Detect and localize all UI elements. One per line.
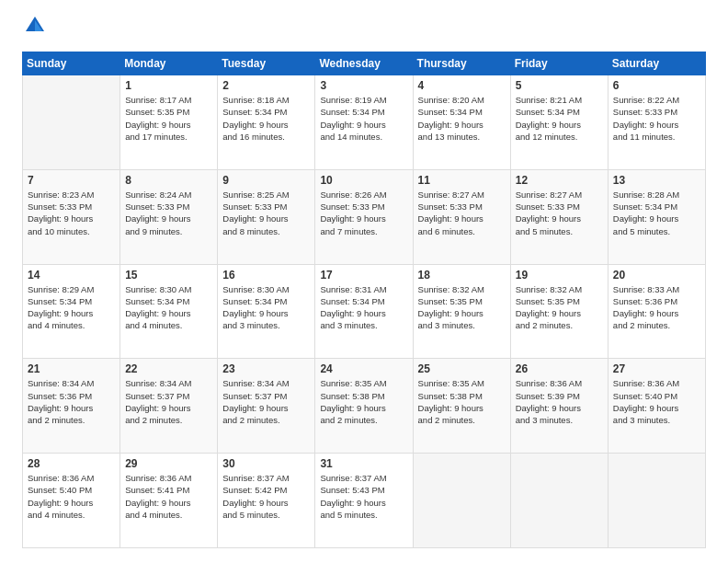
day-info: Sunrise: 8:22 AM Sunset: 5:33 PM Dayligh… xyxy=(613,94,700,143)
day-info: Sunrise: 8:36 AM Sunset: 5:41 PM Dayligh… xyxy=(125,472,212,521)
calendar-cell: 18Sunrise: 8:32 AM Sunset: 5:35 PM Dayli… xyxy=(413,264,510,359)
day-info: Sunrise: 8:36 AM Sunset: 5:39 PM Dayligh… xyxy=(516,377,603,426)
calendar-cell: 27Sunrise: 8:36 AM Sunset: 5:40 PM Dayli… xyxy=(608,359,705,454)
day-info: Sunrise: 8:34 AM Sunset: 5:37 PM Dayligh… xyxy=(222,377,310,426)
calendar-cell xyxy=(510,454,608,548)
day-info: Sunrise: 8:32 AM Sunset: 5:35 PM Dayligh… xyxy=(418,283,506,332)
day-info: Sunrise: 8:35 AM Sunset: 5:38 PM Dayligh… xyxy=(418,377,506,426)
day-number: 26 xyxy=(516,362,603,375)
weekday-header: Friday xyxy=(510,52,608,75)
day-number: 25 xyxy=(418,362,506,375)
calendar-week-row: 21Sunrise: 8:34 AM Sunset: 5:36 PM Dayli… xyxy=(23,359,706,454)
day-number: 21 xyxy=(28,362,115,375)
calendar-cell: 19Sunrise: 8:32 AM Sunset: 5:35 PM Dayli… xyxy=(510,264,608,359)
weekday-header: Wednesday xyxy=(315,52,413,75)
day-info: Sunrise: 8:29 AM Sunset: 5:34 PM Dayligh… xyxy=(28,283,115,332)
day-number: 8 xyxy=(125,174,212,187)
header xyxy=(22,18,706,39)
calendar-cell: 24Sunrise: 8:35 AM Sunset: 5:38 PM Dayli… xyxy=(315,359,413,454)
calendar-cell: 7Sunrise: 8:23 AM Sunset: 5:33 PM Daylig… xyxy=(23,169,120,264)
calendar-cell: 14Sunrise: 8:29 AM Sunset: 5:34 PM Dayli… xyxy=(23,264,120,359)
calendar-week-row: 28Sunrise: 8:36 AM Sunset: 5:40 PM Dayli… xyxy=(23,454,706,548)
weekday-header: Sunday xyxy=(23,52,120,75)
calendar-cell: 17Sunrise: 8:31 AM Sunset: 5:34 PM Dayli… xyxy=(315,264,413,359)
weekday-header: Monday xyxy=(120,52,218,75)
calendar-cell: 21Sunrise: 8:34 AM Sunset: 5:36 PM Dayli… xyxy=(23,359,120,454)
day-info: Sunrise: 8:31 AM Sunset: 5:34 PM Dayligh… xyxy=(320,283,407,332)
day-number: 18 xyxy=(418,269,506,282)
calendar-cell: 11Sunrise: 8:27 AM Sunset: 5:33 PM Dayli… xyxy=(413,169,510,264)
calendar-cell: 28Sunrise: 8:36 AM Sunset: 5:40 PM Dayli… xyxy=(23,454,120,548)
calendar-cell: 2Sunrise: 8:18 AM Sunset: 5:34 PM Daylig… xyxy=(218,75,315,170)
day-number: 10 xyxy=(320,174,407,187)
calendar-week-row: 7Sunrise: 8:23 AM Sunset: 5:33 PM Daylig… xyxy=(23,169,706,264)
calendar-header-row: SundayMondayTuesdayWednesdayThursdayFrid… xyxy=(23,52,706,75)
day-info: Sunrise: 8:30 AM Sunset: 5:34 PM Dayligh… xyxy=(222,283,310,332)
day-info: Sunrise: 8:23 AM Sunset: 5:33 PM Dayligh… xyxy=(28,189,115,237)
day-info: Sunrise: 8:20 AM Sunset: 5:34 PM Dayligh… xyxy=(418,94,506,143)
calendar-table: SundayMondayTuesdayWednesdayThursdayFrid… xyxy=(22,52,706,548)
calendar-cell: 16Sunrise: 8:30 AM Sunset: 5:34 PM Dayli… xyxy=(218,264,315,359)
calendar-cell: 8Sunrise: 8:24 AM Sunset: 5:33 PM Daylig… xyxy=(120,169,218,264)
day-info: Sunrise: 8:28 AM Sunset: 5:34 PM Dayligh… xyxy=(613,189,700,237)
calendar-cell: 9Sunrise: 8:25 AM Sunset: 5:33 PM Daylig… xyxy=(218,169,315,264)
calendar-week-row: 14Sunrise: 8:29 AM Sunset: 5:34 PM Dayli… xyxy=(23,264,706,359)
day-number: 3 xyxy=(320,79,407,92)
day-number: 12 xyxy=(516,174,603,187)
day-info: Sunrise: 8:21 AM Sunset: 5:34 PM Dayligh… xyxy=(516,94,603,143)
day-info: Sunrise: 8:36 AM Sunset: 5:40 PM Dayligh… xyxy=(613,377,700,426)
calendar-cell: 20Sunrise: 8:33 AM Sunset: 5:36 PM Dayli… xyxy=(608,264,705,359)
day-number: 16 xyxy=(222,269,310,282)
day-info: Sunrise: 8:26 AM Sunset: 5:33 PM Dayligh… xyxy=(320,189,407,237)
day-number: 1 xyxy=(125,79,212,92)
day-info: Sunrise: 8:19 AM Sunset: 5:34 PM Dayligh… xyxy=(320,94,407,143)
day-info: Sunrise: 8:27 AM Sunset: 5:33 PM Dayligh… xyxy=(418,189,506,237)
calendar-cell: 4Sunrise: 8:20 AM Sunset: 5:34 PM Daylig… xyxy=(413,75,510,170)
day-number: 27 xyxy=(613,362,700,375)
day-info: Sunrise: 8:35 AM Sunset: 5:38 PM Dayligh… xyxy=(320,377,407,426)
day-number: 2 xyxy=(222,79,310,92)
calendar-cell: 3Sunrise: 8:19 AM Sunset: 5:34 PM Daylig… xyxy=(315,75,413,170)
calendar-cell xyxy=(23,75,120,170)
day-number: 14 xyxy=(28,269,115,282)
day-number: 4 xyxy=(418,79,506,92)
calendar-cell: 30Sunrise: 8:37 AM Sunset: 5:42 PM Dayli… xyxy=(218,454,315,548)
day-number: 24 xyxy=(320,362,407,375)
calendar-cell xyxy=(413,454,510,548)
day-number: 30 xyxy=(222,457,310,470)
calendar-cell xyxy=(608,454,705,548)
day-number: 13 xyxy=(613,174,700,187)
day-info: Sunrise: 8:37 AM Sunset: 5:42 PM Dayligh… xyxy=(222,472,310,521)
weekday-header: Saturday xyxy=(608,52,705,75)
day-number: 5 xyxy=(516,79,603,92)
day-number: 23 xyxy=(222,362,310,375)
day-info: Sunrise: 8:37 AM Sunset: 5:43 PM Dayligh… xyxy=(320,472,407,521)
day-number: 19 xyxy=(516,269,603,282)
calendar-cell: 25Sunrise: 8:35 AM Sunset: 5:38 PM Dayli… xyxy=(413,359,510,454)
calendar-cell: 1Sunrise: 8:17 AM Sunset: 5:35 PM Daylig… xyxy=(120,75,218,170)
day-number: 28 xyxy=(28,457,115,470)
calendar-cell: 15Sunrise: 8:30 AM Sunset: 5:34 PM Dayli… xyxy=(120,264,218,359)
day-info: Sunrise: 8:17 AM Sunset: 5:35 PM Dayligh… xyxy=(125,94,212,143)
weekday-header: Tuesday xyxy=(218,52,315,75)
day-info: Sunrise: 8:32 AM Sunset: 5:35 PM Dayligh… xyxy=(516,283,603,332)
calendar-cell: 6Sunrise: 8:22 AM Sunset: 5:33 PM Daylig… xyxy=(608,75,705,170)
day-number: 6 xyxy=(613,79,700,92)
day-info: Sunrise: 8:34 AM Sunset: 5:36 PM Dayligh… xyxy=(28,377,115,426)
day-number: 17 xyxy=(320,269,407,282)
day-number: 7 xyxy=(28,174,115,187)
calendar-cell: 29Sunrise: 8:36 AM Sunset: 5:41 PM Dayli… xyxy=(120,454,218,548)
day-info: Sunrise: 8:24 AM Sunset: 5:33 PM Dayligh… xyxy=(125,189,212,237)
page: SundayMondayTuesdayWednesdayThursdayFrid… xyxy=(0,0,728,563)
day-info: Sunrise: 8:18 AM Sunset: 5:34 PM Dayligh… xyxy=(222,94,310,143)
day-number: 9 xyxy=(222,174,310,187)
day-info: Sunrise: 8:36 AM Sunset: 5:40 PM Dayligh… xyxy=(28,472,115,521)
calendar-cell: 13Sunrise: 8:28 AM Sunset: 5:34 PM Dayli… xyxy=(608,169,705,264)
calendar-cell: 22Sunrise: 8:34 AM Sunset: 5:37 PM Dayli… xyxy=(120,359,218,454)
calendar-week-row: 1Sunrise: 8:17 AM Sunset: 5:35 PM Daylig… xyxy=(23,75,706,170)
day-number: 11 xyxy=(418,174,506,187)
day-number: 20 xyxy=(613,269,700,282)
calendar-cell: 23Sunrise: 8:34 AM Sunset: 5:37 PM Dayli… xyxy=(218,359,315,454)
calendar-cell: 26Sunrise: 8:36 AM Sunset: 5:39 PM Dayli… xyxy=(510,359,608,454)
logo xyxy=(22,18,51,39)
